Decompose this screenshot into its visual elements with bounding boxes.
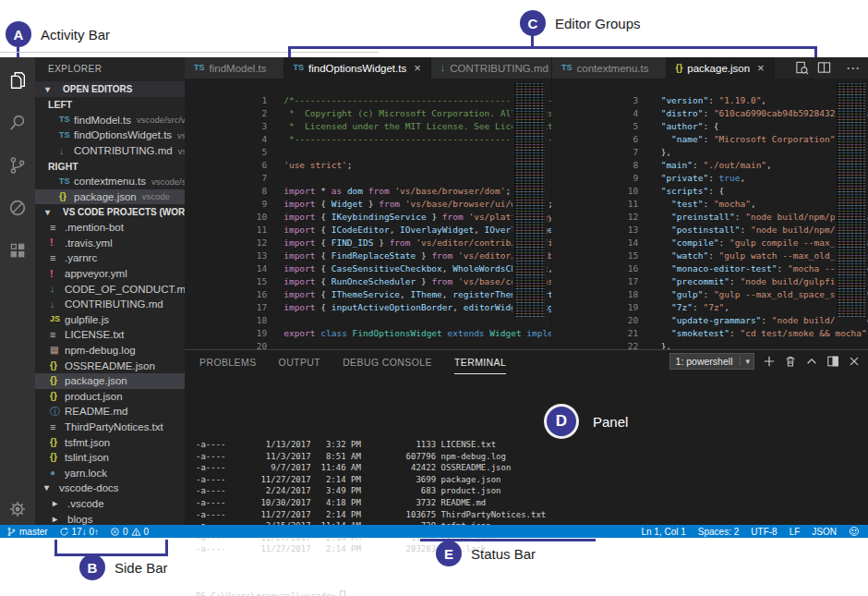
open-editors-header[interactable]: OPEN EDITORS [35, 81, 185, 97]
close-tab-icon[interactable]: × [757, 62, 765, 74]
explorer-item[interactable]: blogs [35, 511, 185, 525]
split-terminal-icon[interactable] [826, 355, 839, 368]
close-tab-icon[interactable]: × [414, 62, 421, 74]
minimap[interactable] [512, 80, 547, 326]
status-bar-right: Ln 1, Col 1 Spaces: 2 UTF-8 LF JSON [641, 526, 868, 537]
code-text: import * as dom from 'vs/base/browser/do… [283, 186, 511, 196]
maximize-panel-icon[interactable] [805, 355, 818, 368]
file-name: vscode-docs [59, 482, 119, 493]
explorer-item[interactable]: README.md [35, 404, 185, 420]
explorer-item[interactable]: ThirdPartyNotices.txt [35, 420, 185, 435]
file-name: .yarnrc [65, 252, 97, 263]
search-icon[interactable] [7, 113, 28, 133]
open-editor-item[interactable]: findOptionsWidget.ts vsco... [35, 128, 185, 143]
cursor-position[interactable]: Ln 1, Col 1 [641, 527, 685, 537]
explorer-item[interactable]: LICENSE.txt [35, 327, 185, 343]
terminal-output[interactable]: -a---- 1/13/2017 3:32 PM 1133 LICENSE.tx… [196, 381, 864, 596]
sync-status[interactable]: 17↓ 0↑ [59, 527, 99, 537]
panel: PROBLEMSOUTPUTDEBUG CONSOLETERMINAL 1: p… [185, 349, 868, 525]
editor-tab[interactable]: findModel.ts [185, 57, 284, 79]
editor-group-2[interactable]: 3 "version": "1.19.0", 4 "distro": "610c… [551, 79, 868, 349]
editor-tab[interactable]: contextmenu.ts [552, 57, 667, 79]
tab-label: contextmenu.ts [577, 63, 649, 74]
open-editor-item[interactable]: RIGHT [35, 158, 185, 174]
line-number: 7 [605, 146, 638, 159]
debug-icon[interactable] [7, 198, 28, 218]
file-icon [50, 237, 65, 248]
explorer-item[interactable]: gulpfile.js [35, 312, 185, 328]
explorer-item[interactable]: OSSREADME.json [35, 358, 185, 373]
kill-terminal-icon[interactable] [784, 355, 797, 368]
end-of-line[interactable]: LF [790, 527, 801, 537]
indentation[interactable]: Spaces: 2 [698, 527, 739, 537]
more-actions-icon[interactable] [839, 62, 868, 75]
file-icon [676, 64, 683, 73]
editor-group-1[interactable]: 1/*-------------------------------------… [185, 79, 551, 349]
file-name: product.json [65, 391, 123, 402]
new-terminal-icon[interactable] [763, 355, 776, 368]
source-control-icon[interactable] [7, 155, 28, 176]
open-editor-item[interactable]: findModel.ts vscode/src/vs/... [35, 113, 185, 128]
file-name: findModel.ts [74, 115, 131, 126]
explorer-item[interactable]: product.json [35, 389, 185, 405]
file-name: CONTRIBUTING.md [65, 298, 163, 310]
file-icon [294, 64, 305, 72]
explorer-item[interactable]: CONTRIBUTING.md [35, 297, 185, 312]
explorer-item[interactable]: npm-debug.log [35, 343, 185, 359]
annotation-e-label: Status Bar [471, 546, 536, 562]
settings-gear-icon[interactable] [7, 499, 28, 519]
explorer-item[interactable]: tsfmt.json [35, 434, 185, 450]
panel-tab[interactable]: DEBUG CONSOLE [343, 350, 432, 374]
open-editor-item[interactable]: package.json vscode [35, 189, 185, 205]
line-number: 19 [237, 327, 267, 340]
file-name: .travis.yml [65, 237, 113, 249]
problems-status[interactable]: 0 0 [110, 527, 149, 537]
feedback-smiley-icon[interactable] [849, 526, 860, 537]
panel-tab[interactable]: TERMINAL [454, 350, 506, 374]
split-editor-icon[interactable] [817, 61, 831, 75]
code-text: /*--------------------------------------… [283, 95, 551, 105]
file-name: gulpfile.js [65, 314, 109, 325]
explorer-item[interactable]: package.json [35, 373, 185, 389]
line-number: 14 [237, 262, 267, 275]
close-panel-icon[interactable] [848, 355, 861, 368]
explorer-item[interactable]: .travis.yml [35, 236, 185, 251]
open-editor-item[interactable]: LEFT [35, 97, 185, 113]
panel-tab[interactable]: PROBLEMS [199, 350, 257, 374]
explorer-item[interactable]: CODE_OF_CONDUCT.md [35, 281, 185, 297]
open-editors-header-label: OPEN EDITORS [63, 84, 132, 94]
editor-tab[interactable]: package.json × [667, 57, 775, 79]
annotation-b-label: Side Bar [115, 560, 168, 576]
explorer-item[interactable]: .yarnrc [35, 250, 185, 266]
extensions-icon[interactable] [7, 240, 28, 261]
open-editor-item[interactable]: contextmenu.ts vscode/src/... [35, 174, 185, 189]
editor-tab[interactable]: CONTRIBUTING.md [431, 57, 551, 79]
file-name: blogs [67, 514, 93, 525]
code-text: "7z": "7z", [650, 302, 729, 312]
open-editor-item[interactable]: CONTRIBUTING.md vscode [35, 143, 185, 159]
explorer-item[interactable]: yarn.lock [35, 466, 185, 481]
tab-label: findModel.ts [210, 63, 267, 74]
explorer-item[interactable]: vscode-docs [35, 480, 185, 496]
panel-tab[interactable]: OUTPUT [279, 350, 321, 374]
git-branch-status[interactable]: master [6, 527, 48, 537]
encoding[interactable]: UTF-8 [751, 527, 777, 537]
explorer-item[interactable]: appveyor.yml [35, 266, 185, 282]
line-number: 1 [237, 94, 267, 107]
explorer-item[interactable]: .mention-bot [35, 220, 185, 236]
editor-tab[interactable]: findOptionsWidget.ts × [284, 57, 431, 79]
language-mode[interactable]: JSON [812, 527, 837, 537]
branch-icon [6, 527, 17, 537]
terminal-selector-dropdown[interactable]: 1: powershell [669, 353, 754, 370]
file-icon [50, 330, 65, 340]
terminal-selector-value: 1: powershell [676, 356, 733, 367]
open-preview-icon[interactable] [795, 61, 809, 75]
panel-actions: 1: powershell [669, 353, 861, 370]
explorer-item[interactable]: .vscode [35, 496, 185, 512]
minimap[interactable] [835, 80, 867, 326]
explorer-icon[interactable] [7, 70, 28, 91]
editor-group-1-tabbar: findModel.ts findOptionsWidget.ts × CONT… [185, 57, 551, 79]
explorer-item[interactable]: tslint.json [35, 450, 185, 466]
minimap-content [514, 82, 545, 317]
workspace-header[interactable]: VS CODE PROJECTS (WORKSPACE) [35, 204, 185, 220]
